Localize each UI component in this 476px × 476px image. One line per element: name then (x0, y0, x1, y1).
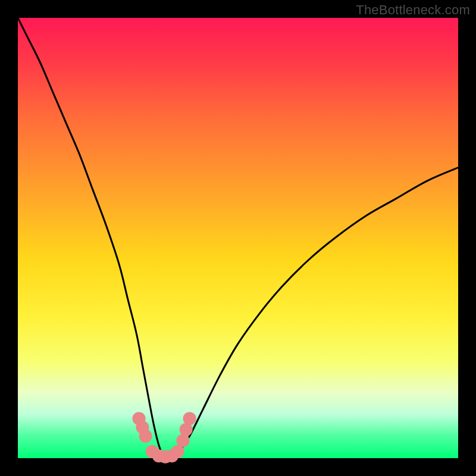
plot-area (18, 18, 458, 458)
marker-dot (183, 412, 196, 425)
marker-dot (139, 430, 152, 443)
bottleneck-curve (18, 18, 458, 458)
curve-svg (18, 18, 458, 458)
curve-markers (133, 412, 196, 463)
chart-frame: TheBottleneck.com (0, 0, 476, 476)
watermark-text: TheBottleneck.com (356, 2, 470, 18)
marker-dot (177, 434, 190, 447)
